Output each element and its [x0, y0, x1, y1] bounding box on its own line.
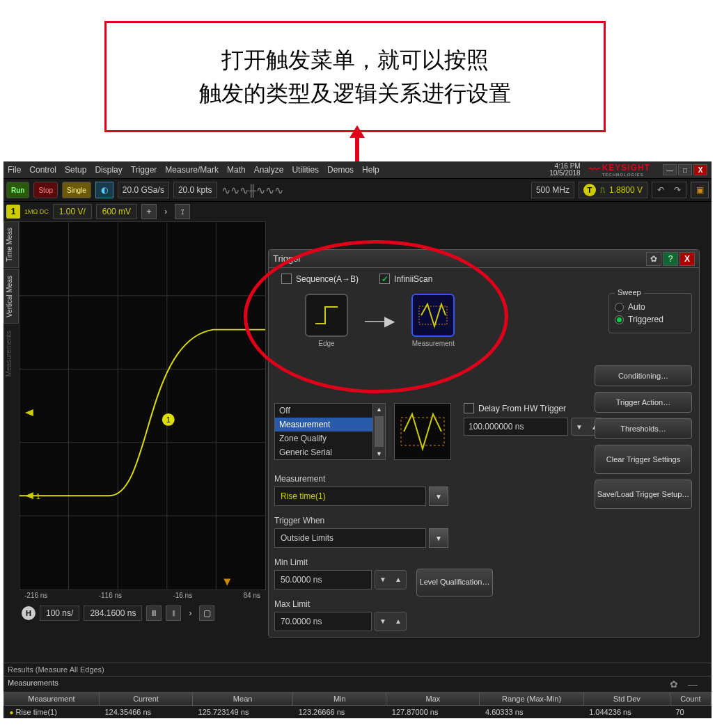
measurement-flow-node[interactable]: Measurement [409, 294, 457, 347]
hbar-pause-icon[interactable]: ⏸ [146, 606, 162, 621]
delay-checkbox-row[interactable]: Delay From HW Trigger [464, 403, 603, 413]
max-limit-input[interactable]: 70.0000 ns [274, 612, 372, 631]
scroll-thumb[interactable] [375, 416, 384, 447]
menu-math[interactable]: Math [227, 165, 246, 175]
trigger-when-input[interactable]: Outside Limits [274, 528, 426, 548]
list-item-measurement[interactable]: Measurement [275, 418, 385, 432]
memory-depth-field[interactable]: 20.0 kpts [173, 182, 217, 198]
menu-analyze[interactable]: Analyze [254, 165, 284, 175]
menu-file[interactable]: File [8, 165, 21, 175]
list-item-generic-serial[interactable]: Generic Serial [275, 445, 385, 459]
spin-down-icon[interactable]: ▼ [375, 571, 391, 587]
caret-right-icon[interactable]: › [185, 606, 195, 621]
col-min[interactable]: Min [293, 693, 386, 706]
stop-button[interactable]: Stop [33, 182, 58, 198]
delay-checkbox[interactable] [464, 403, 474, 413]
time-position-field[interactable]: 284.1600 ns [84, 606, 142, 621]
clear-trigger-button[interactable]: Clear Trigger Settings [595, 445, 692, 474]
tool-icon[interactable]: ⟟ [175, 204, 190, 219]
delay-value-input[interactable]: 100.000000 ns [464, 418, 568, 436]
dropdown-icon[interactable]: ▼ [429, 528, 448, 548]
menu-utilities[interactable]: Utilities [292, 165, 319, 175]
gear-icon[interactable]: ✿ [670, 679, 678, 690]
list-item-zone-qualify[interactable]: Zone Qualify [275, 432, 385, 445]
minimize-button[interactable]: — [663, 164, 677, 175]
min-limit-input[interactable]: 50.0000 ns [274, 570, 372, 589]
infiniiscan-checkbox[interactable]: ✓ [379, 274, 390, 284]
col-mean[interactable]: Mean [193, 693, 293, 706]
run-button[interactable]: Run [6, 182, 29, 198]
side-tab-vertical-meas[interactable]: Vertical Meas [3, 269, 19, 324]
hbar-square-icon[interactable]: ▢ [199, 606, 214, 621]
list-item-off[interactable]: Off [275, 404, 385, 418]
menu-demos[interactable]: Demos [327, 165, 354, 175]
scroll-down-icon[interactable]: ▼ [373, 448, 385, 459]
menubar: File Control Setup Display Trigger Measu… [3, 161, 712, 178]
sequence-checkbox-row[interactable]: Sequence(A→B) [281, 274, 359, 284]
horizontal-badge-icon[interactable]: H [22, 606, 36, 620]
settings-icon[interactable]: ✿ [646, 252, 661, 266]
waveform-display[interactable]: 1 1 [19, 221, 266, 590]
help-icon[interactable]: ? [663, 252, 678, 266]
dialog-titlebar[interactable]: Trigger ✿ ? X [269, 250, 699, 268]
col-range[interactable]: Range (Max-Min) [480, 693, 583, 706]
channel-badge[interactable]: 1 [6, 205, 20, 219]
mode-listbox[interactable]: Off Measurement Zone Qualify Generic Ser… [274, 403, 386, 460]
sweep-auto-radio-row[interactable]: Auto [615, 302, 686, 312]
col-current[interactable]: Current [99, 693, 192, 706]
level-qualification-button[interactable]: Level Qualification… [416, 569, 493, 596]
listbox-scrollbar[interactable]: ▲ ▼ [372, 404, 385, 459]
col-count[interactable]: Count [670, 693, 711, 706]
side-tab-measurements[interactable]: Measurements [3, 325, 19, 382]
sweep-auto-radio[interactable] [615, 303, 624, 312]
conditioning-button[interactable]: Conditioning… [595, 365, 692, 386]
sample-rate-field[interactable]: 20.0 GSa/s [118, 182, 169, 198]
rising-edge-icon: ⎍ [600, 185, 605, 195]
menu-control[interactable]: Control [29, 165, 56, 175]
menu-help[interactable]: Help [362, 165, 379, 175]
trigger-action-button[interactable]: Trigger Action… [595, 392, 692, 413]
col-max[interactable]: Max [386, 693, 480, 706]
thresholds-button[interactable]: Thresholds… [595, 418, 692, 439]
spin-down-icon[interactable]: ▼ [375, 612, 391, 629]
channel-scale[interactable]: 1.00 V/ [53, 204, 92, 219]
menu-measure[interactable]: Measure/Mark [165, 165, 219, 175]
bandwidth-field[interactable]: 500 MHz [531, 182, 574, 198]
table-row[interactable]: ● Rise time(1) 124.35466 ns 125.723149 n… [4, 706, 712, 719]
save-load-trigger-button[interactable]: Save/Load Trigger Setup… [595, 480, 692, 509]
maximize-button[interactable]: □ [678, 164, 692, 175]
single-button[interactable]: Single [62, 182, 91, 198]
spin-up-icon[interactable]: ▲ [391, 612, 406, 629]
sweep-triggered-radio-row[interactable]: Triggered [615, 315, 686, 324]
measurement-field-input[interactable]: Rise time(1) [274, 486, 426, 506]
undo-button[interactable]: ↶ [652, 182, 669, 198]
dropdown-icon[interactable]: ▼ [429, 486, 448, 506]
channel-bar: 1 1MΩ DC 1.00 V/ 600 mV + › ⟟ [3, 202, 712, 221]
side-tab-time-meas[interactable]: Time Meas [3, 221, 19, 268]
sequence-checkbox[interactable] [281, 274, 292, 284]
edge-flow-node[interactable]: Edge [302, 294, 351, 347]
caret-right-icon[interactable]: › [161, 204, 171, 219]
dialog-close-button[interactable]: X [679, 252, 695, 266]
menu-setup[interactable]: Setup [65, 165, 86, 175]
channel-offset[interactable]: 600 mV [96, 204, 137, 219]
acquire-icon[interactable]: ◐ [95, 182, 113, 198]
spin-down-icon[interactable]: ▼ [572, 418, 587, 435]
add-button[interactable]: + [141, 204, 157, 219]
menu-trigger[interactable]: Trigger [131, 165, 157, 175]
time-scale-field[interactable]: 100 ns/ [40, 606, 79, 621]
redo-button[interactable]: ↷ [669, 182, 686, 198]
trigger-level-field[interactable]: T ⎍ 1.8800 V [579, 182, 647, 198]
close-button[interactable]: X [693, 164, 707, 175]
sweep-triggered-radio[interactable] [615, 315, 624, 324]
collapse-icon[interactable]: — [688, 679, 698, 690]
infiniiscan-label: InfiniiScan [394, 274, 432, 284]
col-measurement[interactable]: Measurement [4, 693, 100, 706]
hbar-bars-icon[interactable]: ⦀ [166, 606, 181, 621]
spin-up-icon[interactable]: ▲ [391, 571, 406, 587]
screenshot-icon[interactable]: ▣ [691, 182, 709, 198]
menu-display[interactable]: Display [95, 165, 122, 175]
scroll-up-icon[interactable]: ▲ [373, 404, 385, 415]
col-std[interactable]: Std Dev [583, 693, 670, 706]
infiniiscan-checkbox-row[interactable]: ✓ InfiniiScan [379, 274, 432, 284]
